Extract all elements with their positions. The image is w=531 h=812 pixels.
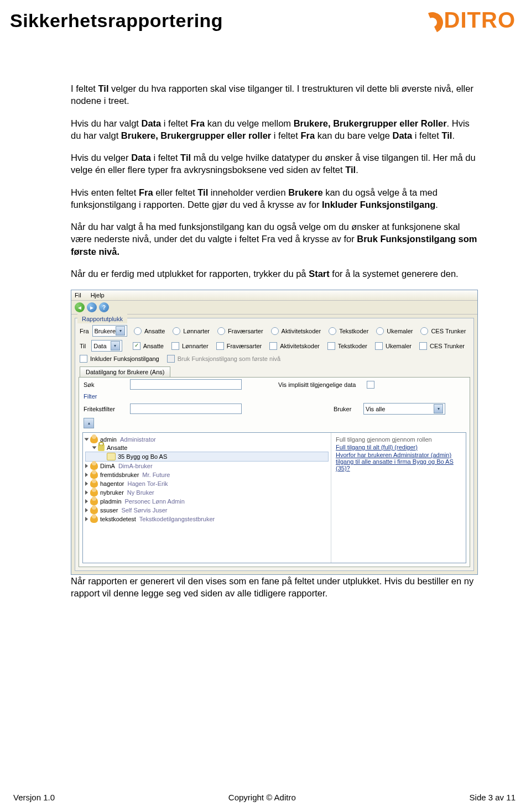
check-fravaersarter[interactable]: Fraværsarter bbox=[216, 342, 262, 350]
chevron-down-icon[interactable]: ▾ bbox=[111, 341, 120, 350]
page-footer: Versjon 1.0 Copyright © Aditro Side 3 av… bbox=[13, 793, 516, 802]
paragraph-7: Når rapporten er generert vil den vises … bbox=[71, 575, 478, 600]
tree-node[interactable]: DimADimA-bruker bbox=[85, 462, 329, 470]
tree-node-ansatte[interactable]: Ansatte bbox=[85, 444, 329, 452]
fra-value: Brukere bbox=[95, 328, 116, 334]
tree-node[interactable]: hagentorHagen Tor-Erik bbox=[85, 479, 329, 488]
user-icon bbox=[90, 462, 98, 470]
footer-copyright: Copyright © Aditro bbox=[228, 793, 296, 802]
rapportutplukk-group: Rapportutplukk Fra Brukere ▾ Ansatte Løn… bbox=[75, 318, 474, 571]
paragraph-5: Når du har valgt å ha med funksjonstilga… bbox=[71, 221, 478, 258]
row-fra: Fra Brukere ▾ Ansatte Lønnarter Fraværsa… bbox=[75, 323, 473, 338]
caret-icon[interactable] bbox=[85, 508, 88, 512]
caret-icon[interactable] bbox=[85, 438, 89, 441]
tab-datatilgang[interactable]: Datatilgang for Brukere (Ans) bbox=[80, 366, 170, 377]
chevron-down-icon[interactable]: ▾ bbox=[434, 404, 443, 413]
caret-icon[interactable] bbox=[85, 473, 88, 477]
detail-link-why[interactable]: Hvorfor har brukeren Administrator (admi… bbox=[336, 452, 461, 472]
tree-view: admin Administrator Ansatte 35 Bygg og B… bbox=[82, 432, 466, 563]
help-icon[interactable]: ? bbox=[99, 302, 109, 312]
sok-input[interactable] bbox=[130, 379, 242, 390]
sok-label: Søk bbox=[84, 381, 127, 388]
back-icon[interactable]: ◄ bbox=[75, 302, 85, 312]
group-title: Rapportutplukk bbox=[77, 313, 127, 323]
row-til: Til Data ▾ Ansatte Lønnarter Fraværsarte… bbox=[75, 338, 473, 353]
check-ansatte[interactable]: Ansatte bbox=[133, 342, 164, 350]
tree-node[interactable]: pladminPersonec Lønn Admin bbox=[85, 497, 329, 506]
tab-content: Søk Vis implisitt tilgjengelige data Fil… bbox=[79, 377, 470, 567]
paragraph-4: Hvis enten feltet Fra eller feltet Til i… bbox=[71, 186, 478, 211]
menubar: Fil Hjelp bbox=[71, 290, 477, 301]
tree-right-pane: Full tilgang gjennom gjennom rollen Full… bbox=[331, 433, 466, 563]
radio-ukemaler[interactable]: Ukemaler bbox=[376, 327, 413, 335]
tree-node[interactable]: fremtidsbrukerMr. Future bbox=[85, 470, 329, 479]
detail-text: Full tilgang gjennom gjennom rollen bbox=[336, 436, 432, 443]
check-ukemaler[interactable]: Ukemaler bbox=[375, 342, 412, 350]
user-icon bbox=[90, 436, 98, 443]
radio-tekstkoder[interactable]: Tekstkoder bbox=[329, 327, 368, 335]
user-icon bbox=[90, 471, 98, 479]
check-aktivitetskoder[interactable]: Aktivitetskoder bbox=[269, 342, 320, 350]
caret-icon[interactable] bbox=[85, 499, 88, 504]
user-icon bbox=[90, 497, 98, 505]
check-lonnarter[interactable]: Lønnarter bbox=[171, 342, 209, 350]
caret-icon[interactable] bbox=[92, 447, 97, 449]
check-inkluder-funksjonstilgang[interactable]: Inkluder Funksjonstilgang bbox=[80, 355, 159, 363]
folder-icon bbox=[107, 453, 116, 460]
menu-file[interactable]: Fil bbox=[75, 292, 81, 298]
tree-node[interactable]: tekstkodetestTekstkodetilgangstestbruker bbox=[85, 515, 329, 523]
user-icon bbox=[90, 489, 98, 496]
logo-swoosh-icon bbox=[422, 12, 442, 29]
check-bruk-funksjonstilgang: Bruk Funksjonstilgang som første nivå bbox=[167, 355, 280, 363]
til-select[interactable]: Data ▾ bbox=[91, 340, 122, 352]
tree-node[interactable]: nybrukerNy Bruker bbox=[85, 488, 329, 497]
vis-implisitt-label: Vis implisitt tilgjengelige data bbox=[278, 381, 356, 388]
radio-aktivitetskoder[interactable]: Aktivitetskoder bbox=[271, 327, 321, 335]
til-label: Til bbox=[80, 343, 88, 349]
user-icon bbox=[90, 480, 98, 488]
forward-icon[interactable]: ► bbox=[87, 302, 97, 312]
til-value: Data bbox=[93, 343, 106, 349]
app-window: Fil Hjelp ◄ ► ? Rapportutplukk Fra Bruke… bbox=[71, 290, 478, 575]
detail-link-full[interactable]: Full tilgang til alt (full) (rediger) bbox=[336, 444, 461, 450]
footer-version: Versjon 1.0 bbox=[13, 793, 55, 802]
paragraph-2: Hvis du har valgt Data i feltet Fra kan … bbox=[71, 117, 478, 142]
page-title: Sikkerhetsrapportering bbox=[10, 10, 223, 32]
bruker-label: Bruker bbox=[334, 406, 360, 412]
check-tekstkoder[interactable]: Tekstkoder bbox=[327, 342, 367, 350]
bruker-value: Vis alle bbox=[366, 406, 385, 412]
paragraph-1: I feltet Til velger du hva rapporten ska… bbox=[71, 82, 478, 107]
footer-page-number: Side 3 av 11 bbox=[470, 793, 516, 802]
toolbar: ◄ ► ? bbox=[71, 301, 477, 315]
fritekst-input[interactable] bbox=[130, 404, 242, 414]
radio-ces-trunker[interactable]: CES Trunker bbox=[420, 327, 466, 335]
fra-select[interactable]: Brukere ▾ bbox=[92, 325, 128, 337]
radio-fravaersarter[interactable]: Fraværsarter bbox=[217, 327, 263, 335]
radio-lonnarter[interactable]: Lønnarter bbox=[173, 327, 210, 335]
collapse-button[interactable]: ▴ bbox=[84, 418, 94, 428]
logo-text: DITRO bbox=[444, 8, 516, 33]
caret-icon[interactable] bbox=[85, 481, 88, 486]
bruker-select[interactable]: Vis alle ▾ bbox=[363, 403, 445, 415]
lock-icon bbox=[98, 444, 105, 451]
paragraph-6: Når du er ferdig med utplukket for rappo… bbox=[71, 268, 478, 280]
tree-node-admin[interactable]: admin Administrator bbox=[85, 435, 329, 444]
vis-implisitt-checkbox[interactable] bbox=[367, 381, 374, 389]
menu-help[interactable]: Hjelp bbox=[91, 292, 105, 298]
paragraph-3: Hvis du velger Data i feltet Til må du v… bbox=[71, 151, 478, 176]
tree-node[interactable]: ssuserSelf Sørvis Juser bbox=[85, 506, 329, 515]
caret-icon[interactable] bbox=[85, 464, 88, 468]
caret-icon[interactable] bbox=[85, 517, 88, 521]
fritekst-label: Fritekstfilter bbox=[84, 406, 127, 412]
chevron-down-icon[interactable]: ▾ bbox=[116, 326, 125, 336]
tree-left-pane[interactable]: admin Administrator Ansatte 35 Bygg og B… bbox=[83, 433, 331, 563]
user-icon bbox=[90, 515, 98, 523]
filter-label: Filter bbox=[84, 393, 127, 400]
fra-label: Fra bbox=[80, 328, 89, 334]
user-icon bbox=[90, 506, 98, 514]
row-options: Inkluder Funksjonstilgang Bruk Funksjons… bbox=[75, 353, 473, 364]
radio-ansatte[interactable]: Ansatte bbox=[134, 327, 165, 335]
check-ces-trunker[interactable]: CES Trunker bbox=[419, 342, 465, 350]
tree-node-firma[interactable]: 35 Bygg og Bo AS bbox=[85, 452, 329, 462]
caret-icon[interactable] bbox=[85, 490, 88, 495]
